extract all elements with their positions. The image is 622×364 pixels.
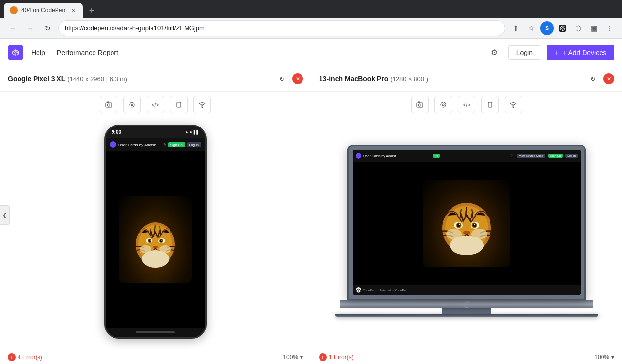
error-text-laptop: 1 Error(s)	[329, 354, 354, 361]
svg-point-56	[474, 224, 475, 225]
code-tool-button-laptop[interactable]: </>	[458, 96, 475, 113]
touch-tool-button-laptop[interactable]	[434, 96, 452, 113]
rotate-tool-button-laptop[interactable]	[481, 96, 499, 113]
device-refresh-button-laptop[interactable]: ↻	[586, 72, 600, 86]
app-header-actions: ⚙ Login + + Add Devices	[487, 45, 614, 60]
error-status-laptop: ! 1 Error(s)	[319, 353, 354, 361]
code-tool-button-phone[interactable]: </>	[147, 96, 164, 113]
touch-tool-button-phone[interactable]	[123, 96, 141, 113]
svg-point-25	[202, 107, 203, 108]
phone-time: 9:00	[112, 129, 121, 135]
device-refresh-button-phone[interactable]: ↻	[275, 72, 288, 86]
app-content: Help Performance Report ⚙ Login + + Add …	[0, 39, 622, 364]
login-button[interactable]: Login	[508, 45, 541, 60]
zoom-control-phone[interactable]: 100% ▾	[283, 354, 303, 361]
device-panel-laptop: 13-inch MacBook Pro (1280 × 800 ) ↻ ✕	[311, 66, 622, 364]
new-tab-button[interactable]: +	[85, 4, 98, 18]
forward-button[interactable]: →	[23, 21, 37, 35]
error-status-phone: ! 4 Error(s)	[8, 353, 42, 361]
profile-icon[interactable]: S	[540, 21, 554, 35]
phone-mockup: 9:00 ▲●▌▌ User Cards by Adarsh ✎ Sign Up	[104, 125, 207, 339]
phone-app-bar: User Cards by Adarsh ✎ Sign Up Log In	[106, 138, 205, 151]
svg-rect-40	[417, 103, 423, 107]
wifi-tool-button-phone[interactable]	[193, 96, 211, 113]
codepen-ext-icon[interactable]	[556, 21, 569, 35]
phone-content	[106, 151, 205, 328]
back-button[interactable]: ←	[6, 21, 19, 35]
device-header-phone: Google Pixel 3 XL (1440 x 2960 | 6.3 in)…	[0, 66, 311, 92]
laptop-bottom-bar: CodePen: Unlisted all of CodePen	[353, 285, 581, 295]
device-status-bar-laptop: ! 1 Error(s) 100% ▾	[311, 350, 622, 364]
app-header: Help Performance Report ⚙ Login + + Add …	[0, 39, 622, 66]
add-devices-button[interactable]: + + Add Devices	[547, 45, 614, 60]
camera-tool-button-phone[interactable]	[100, 96, 117, 113]
device-title-laptop: 13-inch MacBook Pro (1280 × 800 )	[319, 75, 428, 83]
browser-tab-active[interactable]: 404 on CodePen ✕	[4, 3, 83, 18]
collapse-sidebar-button[interactable]: ❮	[0, 205, 10, 225]
svg-rect-24	[177, 102, 181, 107]
device-toolbar-phone: </>	[0, 92, 311, 117]
device-info-laptop: (1280 × 800 )	[390, 75, 428, 83]
svg-point-53	[457, 223, 461, 227]
address-bar[interactable]: https://codepen.io/adarsh-gupta101/full/…	[58, 20, 505, 36]
svg-rect-45	[488, 102, 492, 107]
laptop-app-bar: User Cards by Adarsh Pro ♡ View Source C…	[353, 150, 581, 162]
svg-point-23	[131, 104, 133, 106]
svg-point-46	[513, 107, 514, 108]
phone-status-icons: ▲●▌▌	[185, 130, 199, 134]
tab-bar: 404 on CodePen ✕ +	[0, 0, 622, 18]
device-status-bar-phone: ! 4 Error(s) 100% ▾	[0, 350, 311, 364]
share-icon[interactable]: ⬆	[509, 21, 523, 35]
laptop-login-button[interactable]: Log In	[565, 154, 578, 158]
camera-tool-button-laptop[interactable]	[411, 96, 429, 113]
url-text: https://codepen.io/adarsh-gupta101/full/…	[65, 24, 205, 32]
rotate-tool-button-phone[interactable]	[170, 96, 188, 113]
svg-point-0	[12, 8, 16, 12]
device-close-button-laptop[interactable]: ✕	[603, 73, 614, 84]
laptop-signup-button[interactable]: Sign Up	[548, 154, 563, 158]
phone-login-button[interactable]: Log In	[187, 142, 201, 147]
phone-notch	[141, 126, 170, 135]
plus-icon: +	[555, 49, 559, 56]
reload-button[interactable]: ↻	[41, 21, 55, 35]
svg-point-22	[130, 102, 134, 107]
svg-point-41	[419, 104, 421, 106]
zoom-value-phone: 100%	[283, 354, 298, 361]
phone-edit-icon: ✎	[163, 143, 166, 146]
codepen-mini-bar: CodePen: Unlisted all of CodePen	[356, 287, 407, 293]
svg-point-33	[160, 239, 163, 242]
laptop-view-source-button[interactable]: View Source Code	[517, 154, 545, 158]
tab-title: 404 on CodePen	[21, 7, 65, 14]
toolbar-actions: ⬆ ☆ S ⬡ ▣ ⋮	[509, 21, 616, 35]
svg-point-39	[142, 250, 169, 268]
laptop-base	[340, 300, 593, 308]
device-toolbar-laptop: </>	[311, 92, 622, 117]
app-nav: Help Performance Report	[31, 49, 118, 56]
device-header-actions-phone: ↻ ✕	[275, 72, 303, 86]
device-viewport-phone: 9:00 ▲●▌▌ User Cards by Adarsh ✎ Sign Up	[0, 117, 311, 350]
nav-performance-report[interactable]: Performance Report	[57, 49, 118, 56]
svg-rect-42	[418, 102, 420, 103]
device-panel-phone: Google Pixel 3 XL (1440 x 2960 | 6.3 in)…	[0, 66, 311, 364]
zoom-dropdown-icon-phone: ▾	[300, 354, 303, 361]
settings-button[interactable]: ⚙	[487, 45, 502, 60]
devices-area: ❮ Google Pixel 3 XL (1440 x 2960 | 6.3 i…	[0, 66, 622, 364]
device-name-phone: Google Pixel 3 XL	[8, 75, 65, 83]
svg-marker-62	[357, 290, 360, 292]
phone-app-logo	[110, 141, 116, 148]
phone-signup-button[interactable]: Sign Up	[168, 142, 185, 147]
bookmark-icon[interactable]: ☆	[525, 21, 538, 35]
home-indicator	[136, 331, 175, 333]
add-devices-label: + Add Devices	[563, 49, 606, 56]
tab-close-button[interactable]: ✕	[69, 6, 77, 14]
nav-help[interactable]: Help	[31, 49, 45, 56]
menu-icon[interactable]: ⋮	[603, 21, 616, 35]
device-close-button-phone[interactable]: ✕	[292, 73, 303, 84]
svg-point-43	[441, 102, 446, 107]
svg-point-69	[466, 303, 467, 304]
wifi-tool-button-laptop[interactable]	[505, 96, 522, 113]
extensions-icon[interactable]: ⬡	[571, 21, 585, 35]
sidebar-icon[interactable]: ▣	[587, 21, 601, 35]
zoom-control-laptop[interactable]: 100% ▾	[594, 354, 614, 361]
tiger-image-laptop	[423, 180, 510, 267]
